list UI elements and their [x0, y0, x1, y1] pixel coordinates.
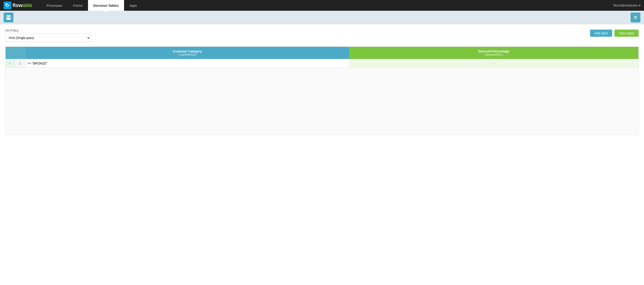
hit-policy-select[interactable]: First (Single pass) Any Unique All Rule … — [5, 34, 90, 42]
add-input-button[interactable]: Add input — [590, 30, 612, 37]
nav-link-processes[interactable]: Processes — [41, 0, 68, 11]
close-button[interactable]: ✕ — [630, 13, 640, 23]
row-output-cell[interactable]: - — [349, 59, 638, 68]
save-button[interactable] — [4, 13, 14, 23]
hit-policy-row: Hit Policy: First (Single pass) Any Uniq… — [5, 29, 639, 42]
nav-link-apps[interactable]: Apps — [124, 0, 142, 11]
nav-links: Processes Forms Decision Tables Apps — [41, 0, 613, 11]
check-icon: ✓ — [8, 61, 12, 65]
logo-text: flowable — [12, 3, 32, 8]
main-toolbar: ✕ — [0, 11, 644, 24]
empty-table-area — [5, 68, 639, 135]
svg-rect-1 — [8, 16, 10, 17]
row-input-cell[interactable] — [26, 59, 349, 68]
th-number — [14, 47, 26, 59]
row-input-field[interactable] — [26, 59, 349, 68]
decision-table: Customer Category [ customerCat ] Discou… — [5, 47, 639, 68]
th-input-customer-category: Customer Category [ customerCat ] — [26, 47, 349, 59]
th-input-sub: [ customerCat ] — [29, 53, 346, 56]
logo-icon — [4, 2, 11, 9]
th-output-sub: [ discountPerc ] — [353, 53, 635, 56]
user-menu[interactable]: Test Administrator ▾ — [613, 4, 640, 7]
table-row: ✓ 1 - — [6, 59, 639, 68]
top-navigation: flowable Processes Forms Decision Tables… — [0, 0, 644, 11]
svg-rect-2 — [7, 18, 10, 19]
th-check — [6, 47, 14, 59]
hit-policy-label: Hit Policy: — [5, 29, 90, 32]
hit-policy-section: Hit Policy: First (Single pass) Any Uniq… — [5, 29, 90, 42]
th-output-label: Discount Percentage — [353, 50, 635, 53]
th-output-discount: Discount Percentage [ discountPerc ] — [349, 47, 638, 59]
action-buttons: Add input Add output — [590, 30, 639, 37]
row-number-cell: 1 — [14, 59, 26, 68]
logo[interactable]: flowable — [4, 2, 32, 9]
row-check-cell: ✓ — [6, 59, 14, 68]
nav-link-decision-tables[interactable]: Decision Tables — [88, 0, 124, 11]
add-output-button[interactable]: Add output — [614, 30, 639, 37]
main-content: Hit Policy: First (Single pass) Any Uniq… — [0, 24, 644, 285]
nav-link-forms[interactable]: Forms — [68, 0, 88, 11]
th-input-label: Customer Category — [29, 50, 346, 53]
